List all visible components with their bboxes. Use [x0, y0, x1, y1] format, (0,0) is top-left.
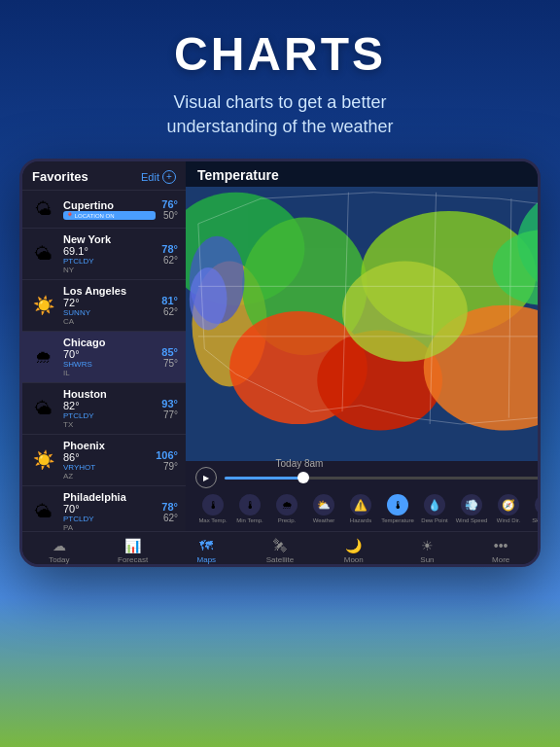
city-info: New York 69.1° PTCLDY NY	[63, 233, 156, 274]
temp-high: 78°	[161, 243, 178, 255]
city-item-los-angeles[interactable]: ☀️ Los Angeles 72° SUNNY CA 81° 62°	[22, 280, 186, 332]
weather-icon: 🌥	[30, 395, 57, 422]
play-button[interactable]: ▶	[195, 467, 217, 488]
city-condition: PTCLDY	[63, 257, 156, 266]
city-temps: 93° 77°	[161, 398, 178, 420]
temp-low: 77°	[161, 409, 178, 420]
city-name: Chicago	[63, 337, 156, 348]
city-condition: PTCLDY	[63, 411, 156, 420]
page-title: CHARTS	[39, 27, 521, 81]
nav-item-forecast[interactable]: 📊 Forecast	[96, 538, 170, 564]
nav-item-satellite[interactable]: 🛰 Satellite	[243, 538, 317, 564]
temp-high: 85°	[161, 346, 178, 358]
nav-item-moon[interactable]: 🌙 Moon	[317, 538, 391, 564]
chart-label: Temperature	[381, 517, 414, 523]
city-info: Cupertino 📍 LOCATION ON	[63, 199, 156, 220]
city-name: Los Angeles	[63, 285, 156, 297]
city-item-houston[interactable]: 🌥 Houston 82° PTCLDY TX 93° 77°	[22, 383, 186, 435]
location-badge: 📍 LOCATION ON	[63, 211, 156, 220]
chart-icon: ⚠️	[350, 494, 371, 516]
city-name: Philadelphia	[63, 491, 156, 503]
temp-low: 62°	[161, 306, 178, 317]
city-item-cupertino[interactable]: 🌤 Cupertino 📍 LOCATION ON 76° 50°	[22, 191, 186, 229]
header-section: CHARTS Visual charts to get a betterunde…	[0, 0, 560, 159]
chart-type-hazards[interactable]: ⚠️ Hazards	[343, 494, 378, 523]
nav-label: Forecast	[118, 555, 148, 564]
map-header: Temperature ···	[186, 161, 541, 187]
temp-low: 79°	[156, 461, 178, 472]
nav-icon: 📊	[124, 538, 141, 553]
weather-icon: ☀️	[30, 292, 57, 319]
nav-icon: ☁	[52, 538, 66, 553]
temp-low: 75°	[161, 358, 178, 369]
city-state: IL	[63, 369, 156, 377]
chart-icon: 💨	[461, 494, 482, 516]
nav-item-maps[interactable]: 🗺 Maps	[169, 538, 243, 564]
device-frame: Favorites Edit + 🌤 Cupertino 📍 LOCATION …	[19, 159, 541, 567]
nav-icon: •••	[494, 538, 508, 553]
chart-type-precip-[interactable]: 🌧 Precip.	[269, 494, 304, 523]
page-subtitle: Visual charts to get a betterunderstandi…	[39, 90, 521, 139]
map-title: Temperature	[197, 167, 279, 183]
chart-icon: 🌡	[239, 494, 261, 516]
chart-icon: 🌧	[276, 494, 298, 516]
temp-high: 76°	[161, 198, 178, 210]
city-item-new-york[interactable]: 🌥 New York 69.1° PTCLDY NY 78° 62°	[22, 229, 186, 280]
city-item-phoenix[interactable]: ☀️ Phoenix 86° VRYHOT AZ 106° 79°	[22, 435, 186, 486]
nav-item-more[interactable]: ••• More	[464, 538, 538, 564]
chart-label: Max Temp.	[198, 517, 227, 523]
city-condition: PTCLDY	[63, 515, 156, 523]
chart-type-sky-cover[interactable]: ☁️ Sky Cover	[528, 494, 541, 523]
sidebar-add-icon[interactable]: +	[162, 170, 176, 184]
city-item-philadelphia[interactable]: 🌥 Philadelphia 70° PTCLDY PA 78° 62°	[22, 486, 186, 531]
chart-type-wind-dir-[interactable]: 🧭 Wind Dir.	[491, 494, 526, 523]
time-slider-area: ▶ Today 8am ⚙	[195, 467, 541, 488]
nav-label: Maps	[197, 555, 217, 564]
city-condition: VRYHOT	[63, 463, 150, 472]
city-state: CA	[63, 317, 156, 326]
chart-type-weather[interactable]: ⛅ Weather	[306, 494, 341, 523]
timeline-slider[interactable]: Today 8am	[225, 477, 541, 480]
chart-type-max-temp-[interactable]: 🌡 Max Temp.	[195, 494, 230, 523]
city-state: AZ	[63, 472, 150, 480]
chart-label: Min Temp.	[236, 517, 263, 523]
sidebar-edit-button[interactable]: Edit +	[141, 170, 176, 184]
nav-label: Today	[49, 555, 69, 564]
city-name: New York	[63, 233, 156, 245]
city-temps: 78° 62°	[161, 243, 178, 266]
weather-icon: 🌥	[30, 498, 57, 525]
nav-label: Sun	[420, 555, 434, 564]
chart-label: Precip.	[278, 517, 297, 523]
nav-item-sun[interactable]: ☀ Sun	[391, 538, 465, 564]
chart-label: Sky Cover	[532, 517, 541, 523]
city-list: 🌤 Cupertino 📍 LOCATION ON 76° 50° 🌥 New …	[22, 191, 186, 531]
city-info: Phoenix 86° VRYHOT AZ	[63, 440, 150, 480]
main-content: Temperature ···	[186, 161, 541, 531]
chart-icon: 💧	[424, 494, 445, 516]
city-info: Houston 82° PTCLDY TX	[63, 388, 156, 429]
nav-item-today[interactable]: ☁ Today	[22, 538, 96, 564]
city-temps: 85° 75°	[161, 346, 178, 369]
city-item-chicago[interactable]: 🌧 Chicago 70° SHWRS IL 85° 75°	[22, 332, 186, 383]
city-condition: SUNNY	[63, 308, 156, 317]
chart-label: Hazards	[350, 517, 371, 523]
chart-type-wind-speed[interactable]: 💨 Wind Speed	[454, 494, 489, 523]
city-condition: SHWRS	[63, 360, 156, 369]
chart-type-dew-point[interactable]: 💧 Dew Point	[417, 494, 452, 523]
temperature-map[interactable]	[186, 187, 541, 461]
city-state: PA	[63, 523, 156, 531]
chart-type-min-temp-[interactable]: 🌡 Min Temp.	[232, 494, 267, 523]
chart-type-temperature[interactable]: 🌡 Temperature	[380, 494, 415, 523]
temp-low: 62°	[161, 513, 178, 523]
chart-label: Wind Speed	[456, 517, 488, 523]
chart-label: Weather	[313, 517, 335, 523]
city-name: Cupertino	[63, 199, 156, 211]
chart-label: Dew Point	[421, 517, 447, 523]
weather-icon: ☀️	[30, 446, 57, 474]
city-state: NY	[63, 266, 156, 274]
temp-high: 93°	[161, 398, 178, 409]
city-info: Philadelphia 70° PTCLDY PA	[63, 491, 156, 531]
temp-high: 78°	[161, 501, 178, 513]
city-state: TX	[63, 420, 156, 429]
nav-label: Satellite	[266, 555, 294, 564]
